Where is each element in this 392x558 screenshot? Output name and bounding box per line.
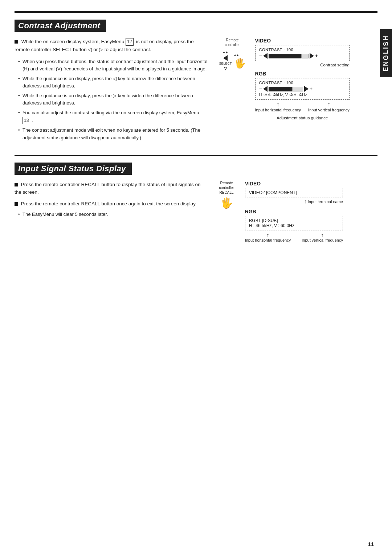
- section2-bullet: The EasyMenu will clear 5 seconds later.: [18, 212, 208, 217]
- signal-rgb-label: RGB: [245, 209, 343, 214]
- contrast-setting-label: Contrast setting: [255, 63, 350, 67]
- rgb-bar-filled: [269, 87, 292, 91]
- signal-v-freq-annotation: ↑ Input vertical frequency: [302, 232, 343, 242]
- section2-left-col: Press the remote controller RECALL butto…: [15, 181, 208, 242]
- remote-label2: RemotecontrollerRECALL: [219, 181, 234, 195]
- signal-boxes: VIDEO VIDEO2 [COMPONENT] ↑ Input termina…: [245, 181, 343, 242]
- plus-label: +: [315, 53, 318, 59]
- arrow-up-h: ↑: [277, 101, 279, 107]
- video-bar-row: − +: [259, 53, 346, 59]
- bullet-item: You can also adjust the contrast setting…: [18, 109, 208, 124]
- section1-right-col: Remotecontroller −● SELECT ▽ +● 🖐: [219, 38, 378, 144]
- section2-para2: Press the remote controller RECALL butto…: [15, 200, 208, 208]
- rgb-section: RGB CONTRAST : 100 −: [255, 71, 350, 112]
- bullet-item: The contrast adjustment mode will exit w…: [18, 127, 208, 141]
- signal-h-freq-annotation: ↑ Input horizontal frequency: [245, 232, 291, 242]
- section2-right-col: RemotecontrollerRECALL 🖐 VIDEO VIDEO2 [C…: [219, 181, 378, 242]
- contrast-title-rgb: CONTRAST : 100: [259, 81, 346, 85]
- arrow-up-sh: ↑: [266, 232, 269, 238]
- hand-icon2: 🖐: [220, 197, 233, 209]
- bullet-item: While the guidance is on display, press …: [18, 75, 208, 90]
- arrow-up-v: ↑: [327, 101, 330, 107]
- arrow-up-terminal: ↑: [304, 198, 307, 204]
- video-signal-box: VIDEO2 [COMPONENT]: [245, 188, 343, 197]
- rgb-dashed-box: CONTRAST : 100 − +: [255, 78, 350, 100]
- signal-video-label: VIDEO: [245, 181, 343, 186]
- diagram-boxes: VIDEO CONTRAST : 100 −: [255, 38, 350, 120]
- rgb1-dsub: RGB1 [D-SUB]: [249, 218, 339, 223]
- tri-left-icon: [223, 55, 228, 61]
- section-divider: [15, 155, 377, 156]
- minus-label2: −: [259, 86, 262, 92]
- h-freq-annotation: ↑ Input horizontal frequency: [255, 101, 301, 112]
- section-contrast-adjustment: Contrast Adjustment While the on-screen …: [15, 20, 377, 144]
- contrast-diagram: Remotecontroller −● SELECT ▽ +● 🖐: [219, 38, 378, 120]
- arrow-up-sv: ↑: [321, 232, 324, 238]
- v-freq-annotation: ↑ Input vertical frequency: [308, 101, 350, 112]
- top-border: [15, 11, 377, 13]
- page-number: 11: [368, 541, 374, 547]
- tri-left-bar: [263, 53, 268, 59]
- rgb-annotations: ↑ Input horizontal frequency ↑ Input ver…: [255, 101, 350, 112]
- video-section: VIDEO CONTRAST : 100 −: [255, 38, 350, 67]
- section2-bullets: The EasyMenu will clear 5 seconds later.: [15, 212, 208, 217]
- signal-rgb-section: RGB RGB1 [D-SUB] H : 46.5kHz, V : 60.0Hz…: [245, 209, 343, 242]
- signal-video-section: VIDEO VIDEO2 [COMPONENT] ↑ Input termina…: [245, 181, 343, 204]
- contrast-title-video: CONTRAST : 100: [259, 48, 346, 52]
- section-input-signal: Input Signal Status Display Press the re…: [15, 163, 377, 242]
- section2-heading: Input Signal Status Display: [15, 163, 132, 175]
- section1-left-col: While the on-screen display system, Easy…: [15, 38, 208, 144]
- video-label: VIDEO: [255, 38, 350, 44]
- remote-area2: RemotecontrollerRECALL 🖐: [219, 181, 234, 209]
- language-tab: ENGLISH: [380, 29, 392, 77]
- black-sq1: [15, 183, 18, 186]
- hand-icon: 🖐: [234, 58, 246, 69]
- section1-bullets: When you press these buttons, the status…: [15, 58, 208, 141]
- black-sq2: [15, 202, 18, 206]
- rgb-bar-empty: [292, 87, 303, 91]
- contrast-bar-filled: [269, 54, 301, 58]
- remote-label: Remotecontroller: [225, 38, 240, 47]
- rgb-signal-box: RGB1 [D-SUB] H : 46.5kHz, V : 60.0Hz: [245, 216, 343, 230]
- tri-left-bar2: [263, 86, 268, 92]
- minus-label: −: [259, 53, 262, 59]
- section2-para1: Press the remote controller RECALL butto…: [15, 181, 208, 196]
- video2-component: VIDEO2 [COMPONENT]: [249, 190, 339, 195]
- freq-text: H :✲✲. ✲kHz, V :✲✲. ✲Hz: [259, 93, 346, 97]
- signal-rgb-annotations: ↑ Input horizontal frequency ↑ Input ver…: [245, 232, 343, 242]
- input-terminal-name-label: ↑ Input terminal name: [245, 198, 343, 204]
- section1-heading: Contrast Adjustment: [15, 20, 106, 32]
- tri-right-bar: [310, 53, 314, 59]
- easymenu-num: 12: [126, 38, 133, 46]
- easymenu13: 13: [23, 117, 30, 124]
- remote-area: Remotecontroller −● SELECT ▽ +● 🖐: [219, 38, 246, 71]
- adj-status-label: Adjustment status guidance: [255, 116, 350, 120]
- signal-diagram: RemotecontrollerRECALL 🖐 VIDEO VIDEO2 [C…: [219, 181, 378, 242]
- bullet-square: [15, 40, 18, 44]
- h-v-freq: H : 46.5kHz, V : 60.0Hz: [249, 223, 339, 228]
- section1-intro: While the on-screen display system, Easy…: [15, 38, 208, 54]
- bullet-item: When you press these buttons, the status…: [18, 58, 208, 73]
- rgb-bar-row: − +: [259, 86, 346, 92]
- plus-label2: +: [310, 86, 313, 92]
- rgb-label: RGB: [255, 71, 350, 77]
- bullet-item: While the guidance is on display, press …: [18, 92, 208, 107]
- video-dashed-box: CONTRAST : 100 − +: [255, 45, 350, 61]
- tri-right-bar2: [304, 86, 309, 92]
- contrast-bar-empty: [301, 54, 309, 58]
